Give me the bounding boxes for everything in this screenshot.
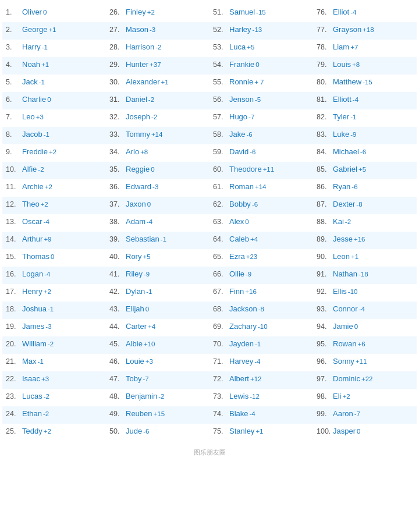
item-change: -3 — [45, 322, 51, 332]
item-change: 0 — [354, 322, 358, 332]
item-change: -15 — [363, 77, 372, 88]
item-change: +2 — [45, 182, 52, 193]
item-name: Matthew — [333, 76, 361, 88]
item-change: -2 — [155, 42, 161, 53]
item-number: 7. — [6, 112, 22, 123]
item-change: -2 — [151, 112, 157, 123]
list-item: 55.Ronnie + 7 — [210, 75, 313, 92]
item-name: Joseph — [126, 111, 150, 123]
list-item: 70.Jayden -1 — [210, 336, 313, 354]
item-change: +9 — [44, 235, 51, 245]
list-item: 21.Max -1 — [2, 354, 106, 371]
list-item: 17.Henry +2 — [2, 284, 106, 302]
item-number: 49. — [109, 409, 126, 420]
item-number: 22. — [6, 374, 22, 385]
item-change: -1 — [42, 42, 48, 53]
list-item: 4.Noah +1 — [2, 57, 106, 75]
item-change: 0 — [51, 252, 54, 263]
list-item: 51.Samuel -15 — [210, 5, 313, 22]
item-change: -6 — [351, 182, 357, 193]
item-name: Jake — [229, 129, 245, 140]
item-number: 67. — [213, 286, 229, 297]
item-number: 86. — [317, 182, 333, 193]
list-item: 68.Jackson -8 — [210, 302, 313, 319]
item-number: 14. — [6, 234, 22, 245]
item-name: Luca — [229, 41, 246, 53]
item-number: 60. — [213, 164, 229, 175]
item-name: Jamie — [333, 321, 353, 332]
item-change: -4 — [353, 95, 358, 105]
item-change: -1 — [255, 339, 261, 350]
item-number: 47. — [109, 374, 126, 385]
item-name: Samuel — [229, 6, 255, 18]
list-item: 47.Toby -7 — [106, 371, 210, 389]
item-name: Finley — [126, 6, 146, 18]
item-name: Leo — [22, 111, 35, 123]
item-number: 9. — [6, 147, 22, 158]
item-change: +7 — [350, 42, 358, 53]
item-change: -10 — [258, 322, 268, 332]
list-item: 15.Thomas 0 — [2, 249, 106, 267]
item-number: 88. — [317, 217, 333, 228]
item-name: Freddie — [22, 146, 48, 158]
item-name: Alexander — [126, 76, 160, 88]
list-item: 52.Harley -13 — [210, 22, 313, 40]
item-change: -2 — [44, 392, 49, 402]
item-name: George — [22, 24, 47, 36]
item-name: Theodore — [229, 164, 262, 175]
list-item: 61.Roman +14 — [210, 179, 313, 197]
item-name: Alfie — [22, 164, 37, 175]
item-change: +4 — [250, 235, 258, 245]
item-number: 95. — [317, 339, 333, 350]
item-name: Jude — [126, 425, 142, 437]
item-name: Sonny — [333, 356, 354, 367]
item-number: 79. — [317, 59, 333, 70]
item-name: Oscar — [22, 216, 42, 228]
item-change: -1 — [44, 130, 49, 140]
item-change: +5 — [247, 42, 254, 53]
item-number: 57. — [213, 112, 229, 123]
item-number: 18. — [6, 304, 22, 315]
list-item: 28.Harrison -2 — [106, 40, 210, 57]
item-change: -9 — [144, 269, 150, 280]
item-change: -4 — [350, 8, 356, 18]
list-item: 87.Dexter -8 — [313, 197, 417, 214]
item-name: Louie — [126, 356, 144, 367]
item-change: -2 — [345, 217, 351, 228]
item-number: 53. — [213, 42, 229, 53]
item-number: 82. — [317, 112, 333, 123]
item-number: 85. — [317, 164, 333, 175]
item-name: Jacob — [22, 129, 42, 140]
item-number: 77. — [317, 24, 333, 36]
item-name: Dexter — [333, 198, 355, 210]
list-item: 19.James -3 — [2, 319, 106, 336]
list-item: 32.Joseph -2 — [106, 109, 210, 127]
list-item: 64.Caleb +4 — [210, 232, 313, 249]
item-number: 34. — [109, 147, 126, 158]
item-name: Leon — [333, 251, 350, 263]
item-name: Lewis — [229, 391, 248, 402]
item-number: 1. — [6, 7, 22, 18]
item-number: 65. — [213, 251, 229, 263]
list-item: 67.Finn +16 — [210, 284, 313, 302]
list-item: 89.Jesse +16 — [313, 232, 417, 249]
item-number: 42. — [109, 286, 126, 297]
item-change: -6 — [246, 130, 252, 140]
list-item: 44.Carter +4 — [106, 319, 210, 336]
item-number: 63. — [213, 217, 229, 228]
item-number: 3. — [6, 42, 22, 53]
item-change: +3 — [36, 112, 44, 123]
item-name: Albie — [126, 338, 143, 350]
item-name: Harrison — [126, 41, 154, 53]
item-name: Jesse — [333, 233, 353, 245]
item-number: 93. — [317, 304, 333, 315]
item-change: +2 — [41, 200, 48, 210]
column-1: 1.Oliver 02.George +13.Harry -14.Noah +1… — [2, 5, 106, 441]
item-name: Stanley — [229, 425, 254, 437]
item-name: William — [22, 338, 47, 350]
list-item: 62.Bobby -6 — [210, 197, 313, 214]
item-name: Logan — [22, 268, 43, 280]
item-change: +5 — [143, 252, 150, 263]
item-change: -2 — [158, 392, 164, 402]
list-item: 91.Nathan -18 — [313, 267, 417, 284]
